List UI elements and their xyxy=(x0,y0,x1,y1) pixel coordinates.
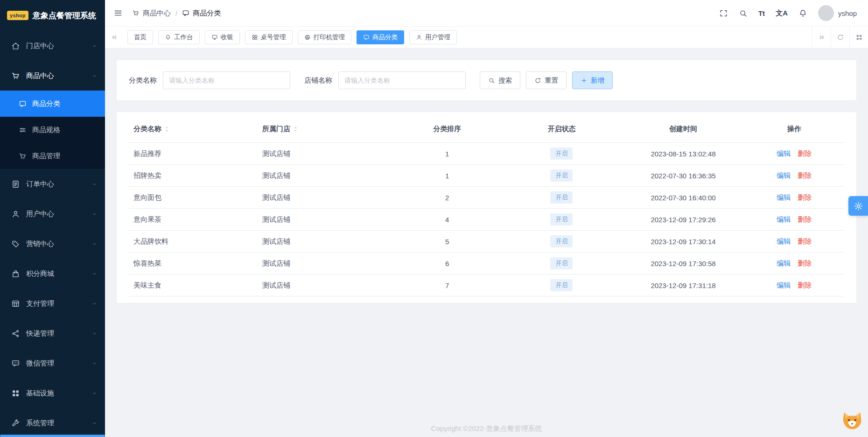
edit-link[interactable]: 编辑 xyxy=(777,215,791,223)
tag-icon xyxy=(11,240,20,248)
delete-link[interactable]: 删除 xyxy=(798,193,812,201)
scroll-tabs-left-button[interactable] xyxy=(105,27,124,48)
delete-link[interactable]: 删除 xyxy=(798,215,812,223)
sidebar-item-points-mall[interactable]: 积分商城 xyxy=(0,259,105,289)
horizontal-scrollbar-thumb[interactable] xyxy=(0,435,105,437)
edit-link[interactable]: 编辑 xyxy=(777,149,791,157)
sidebar: yshop 意象点餐管理系统 门店中心商品中心商品分类商品规格商品管理订单中心用… xyxy=(0,0,105,437)
sidebar-item-store-center[interactable]: 门店中心 xyxy=(0,31,105,61)
shop-name-label: 店铺名称 xyxy=(304,76,332,85)
logo[interactable]: yshop 意象点餐管理系统 xyxy=(0,0,105,31)
delete-link[interactable]: 删除 xyxy=(798,237,812,245)
scroll-tabs-right-button[interactable] xyxy=(812,27,831,48)
add-button[interactable]: 新增 xyxy=(572,71,613,89)
sidebar-item-product-center[interactable]: 商品中心 xyxy=(0,61,105,91)
cell-store: 测试店铺 xyxy=(258,165,393,187)
tab-printer-manage[interactable]: 打印机管理 xyxy=(298,30,352,44)
sort-icon[interactable] xyxy=(163,126,170,133)
refresh-tab-button[interactable] xyxy=(831,27,849,48)
sidebar-item-order-center[interactable]: 订单中心 xyxy=(0,169,105,199)
category-name-input[interactable] xyxy=(163,71,290,89)
tab-options-button[interactable] xyxy=(849,27,868,48)
fullscreen-icon[interactable] xyxy=(719,9,728,18)
shop-name-field: 店铺名称 xyxy=(304,71,466,89)
sidebar-subitem-label: 商品规格 xyxy=(32,126,98,134)
breadcrumb-item-product-center[interactable]: 商品中心 xyxy=(132,9,171,18)
column-header[interactable]: 所属门店 xyxy=(258,116,393,143)
table-row: 新品推荐测试店铺1开启2023-08-15 13:02:48编辑删除 xyxy=(129,143,844,165)
cell-actions: 编辑删除 xyxy=(744,209,844,231)
column-header: 操作 xyxy=(744,116,844,143)
tab-cashier[interactable]: 收银 xyxy=(205,30,240,44)
user-icon xyxy=(416,34,422,41)
delete-link[interactable]: 删除 xyxy=(798,281,812,289)
user-menu[interactable]: yshop xyxy=(818,5,857,21)
sidebar-subitem-product-manage[interactable]: 商品管理 xyxy=(0,143,105,169)
tab-workbench[interactable]: 工作台 xyxy=(158,30,200,44)
delete-link[interactable]: 删除 xyxy=(798,259,812,267)
sidebar-subitem-product-category[interactable]: 商品分类 xyxy=(0,91,105,117)
tab-table-manage[interactable]: 桌号管理 xyxy=(245,30,293,44)
tab-label: 打印机管理 xyxy=(314,33,345,42)
sidebar-item-user-center[interactable]: 用户中心 xyxy=(0,199,105,229)
tab-product-category[interactable]: 商品分类 xyxy=(357,30,404,44)
column-header-label: 分类排序 xyxy=(433,125,461,134)
home-icon xyxy=(11,42,20,50)
sidebar-subitem-product-spec[interactable]: 商品规格 xyxy=(0,117,105,143)
edit-link[interactable]: 编辑 xyxy=(777,237,791,245)
apps-icon xyxy=(855,34,863,41)
breadcrumb-label: 商品中心 xyxy=(143,9,171,18)
cell-created-time: 2023-12-09 17:31:18 xyxy=(623,275,744,296)
delete-link[interactable]: 删除 xyxy=(798,171,812,179)
hamburger-icon[interactable] xyxy=(113,8,123,18)
cell-store: 测试店铺 xyxy=(258,209,393,231)
status-badge: 开启 xyxy=(550,169,573,182)
column-header[interactable]: 分类名称 xyxy=(129,116,258,143)
sidebar-item-infrastructure[interactable]: 基础设施 xyxy=(0,378,105,408)
sidebar-item-marketing-center[interactable]: 营销中心 xyxy=(0,229,105,259)
cell-sort-order: 7 xyxy=(393,275,501,296)
data-table-card: 分类名称所属门店分类排序开启状态创建时间操作 新品推荐测试店铺1开启2023-0… xyxy=(117,112,856,303)
cell-actions: 编辑删除 xyxy=(744,253,844,275)
bell-icon[interactable] xyxy=(798,9,807,18)
reset-button[interactable]: 重置 xyxy=(526,71,567,89)
table-row: 美味主食测试店铺7开启2023-12-09 17:31:18编辑删除 xyxy=(129,275,844,296)
settings-float-button[interactable] xyxy=(848,196,868,216)
sidebar-item-express-manage[interactable]: 快递管理 xyxy=(0,318,105,348)
table-row: 惊喜热菜测试店铺6开启2023-12-09 17:30:58编辑删除 xyxy=(129,253,844,275)
sidebar-menu: 门店中心商品中心商品分类商品规格商品管理订单中心用户中心营销中心积分商城支付管理… xyxy=(0,31,105,437)
search-button[interactable]: 搜索 xyxy=(480,71,520,89)
delete-link[interactable]: 删除 xyxy=(798,149,812,157)
breadcrumb-item-product-category: 商品分类 xyxy=(182,9,221,18)
sidebar-item-label: 支付管理 xyxy=(26,299,91,308)
cell-category-name: 招牌热卖 xyxy=(129,165,258,187)
search-icon[interactable] xyxy=(739,9,748,18)
column-header-label: 所属门店 xyxy=(262,125,290,134)
chevron-up-icon xyxy=(91,73,98,79)
edit-link[interactable]: 编辑 xyxy=(777,193,791,201)
search-icon xyxy=(488,77,495,84)
cell-created-time: 2023-12-09 17:30:58 xyxy=(623,253,744,275)
cell-category-name: 大品牌饮料 xyxy=(129,231,258,253)
sidebar-item-wechat-manage[interactable]: 微信管理 xyxy=(0,348,105,378)
edit-link[interactable]: 编辑 xyxy=(777,259,791,267)
edit-link[interactable]: 编辑 xyxy=(777,281,791,289)
sidebar-item-system-manage[interactable]: 系统管理 xyxy=(0,408,105,437)
column-header-label: 创建时间 xyxy=(669,125,697,134)
font-size-icon[interactable]: Tt xyxy=(758,9,765,17)
fox-mascot-icon[interactable] xyxy=(840,410,864,432)
wrench-icon xyxy=(11,419,20,428)
sort-icon[interactable] xyxy=(292,126,299,133)
tab-user-manage[interactable]: 用户管理 xyxy=(409,30,457,44)
sidebar-item-payment-manage[interactable]: 支付管理 xyxy=(0,289,105,318)
app-title: 意象点餐管理系统 xyxy=(33,10,96,21)
tab-home[interactable]: 首页 xyxy=(127,30,153,44)
bag-icon xyxy=(11,269,20,278)
sidebar-item-label: 积分商城 xyxy=(26,269,91,278)
cell-store: 测试店铺 xyxy=(258,253,393,275)
sidebar-subitem-label: 商品分类 xyxy=(32,99,98,108)
translate-icon[interactable]: 文A xyxy=(776,9,788,18)
edit-link[interactable]: 编辑 xyxy=(777,171,791,179)
shop-name-input[interactable] xyxy=(338,71,466,89)
cell-actions: 编辑删除 xyxy=(744,187,844,209)
